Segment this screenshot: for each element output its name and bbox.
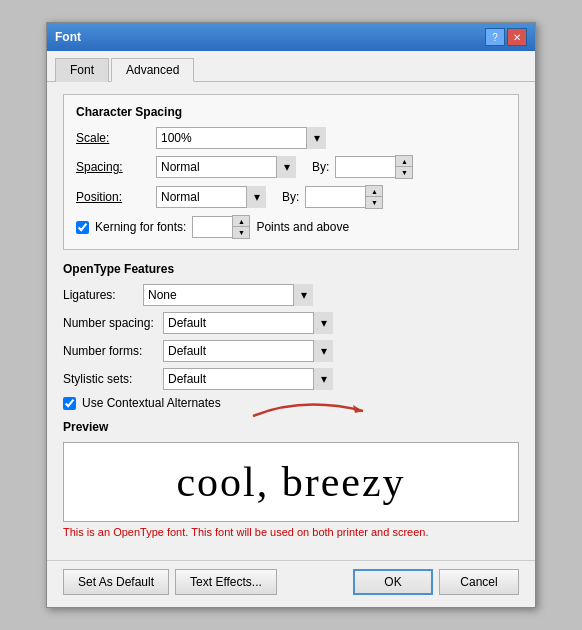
stylistic-sets-select-wrap: Default ▾: [163, 368, 333, 390]
preview-note: This is an OpenType font. This font will…: [63, 526, 519, 538]
position-by-label: By:: [282, 190, 299, 204]
set-as-default-button[interactable]: Set As Default: [63, 569, 169, 595]
spacing-by-group: By: ▲ ▼: [312, 155, 413, 179]
opentype-section: OpenType Features Ligatures: None ▾ Numb…: [63, 262, 519, 410]
number-forms-label: Number forms:: [63, 344, 163, 358]
position-spin-buttons: ▲ ▼: [365, 185, 383, 209]
content-area: Character Spacing Scale: 100% ▾ Spacing:…: [47, 82, 535, 560]
spacing-spin-buttons: ▲ ▼: [395, 155, 413, 179]
contextual-alternates-row: Use Contextual Alternates: [63, 396, 519, 410]
cancel-button[interactable]: Cancel: [439, 569, 519, 595]
buttons-left: Set As Default Text Effects...: [63, 569, 277, 595]
ligatures-select[interactable]: None: [143, 284, 313, 306]
text-effects-button[interactable]: Text Effects...: [175, 569, 277, 595]
position-select-wrap: Normal ▾: [156, 186, 266, 208]
ligatures-label: Ligatures:: [63, 288, 143, 302]
kerning-spin-group: 11 ▲ ▼: [192, 215, 250, 239]
kerning-input[interactable]: 11: [192, 216, 232, 238]
preview-label: Preview: [63, 420, 519, 434]
position-row: Position: Normal ▾ By: ▲ ▼: [76, 185, 506, 209]
preview-section: Preview cool, breezy This is an OpenType…: [63, 420, 519, 538]
title-bar: Font ? ✕: [47, 23, 535, 51]
ligatures-select-wrap: None ▾: [143, 284, 313, 306]
stylistic-sets-row: Stylistic sets: Default ▾: [63, 368, 519, 390]
dialog-title: Font: [55, 30, 81, 44]
spacing-select[interactable]: Normal: [156, 156, 296, 178]
font-dialog: Font ? ✕ Font Advanced Character Spacing…: [46, 22, 536, 608]
tab-advanced[interactable]: Advanced: [111, 58, 194, 82]
scale-label: Scale:: [76, 131, 156, 145]
kerning-suffix: Points and above: [256, 220, 349, 234]
character-spacing-section: Character Spacing Scale: 100% ▾ Spacing:…: [63, 94, 519, 250]
position-spin-up[interactable]: ▲: [366, 186, 382, 197]
position-select[interactable]: Normal: [156, 186, 266, 208]
tab-bar: Font Advanced: [47, 51, 535, 82]
spacing-row: Spacing: Normal ▾ By: ▲ ▼: [76, 155, 506, 179]
character-spacing-label: Character Spacing: [76, 105, 506, 119]
position-spin-down[interactable]: ▼: [366, 197, 382, 208]
number-forms-row: Number forms: Default ▾: [63, 340, 519, 362]
title-controls: ? ✕: [485, 28, 527, 46]
number-spacing-select[interactable]: Default: [163, 312, 333, 334]
spacing-by-label: By:: [312, 160, 329, 174]
contextual-alternates-checkbox[interactable]: [63, 397, 76, 410]
kerning-row: Kerning for fonts: 11 ▲ ▼ Points and abo…: [76, 215, 506, 239]
scale-row: Scale: 100% ▾: [76, 127, 506, 149]
stylistic-sets-select[interactable]: Default: [163, 368, 333, 390]
svg-marker-0: [353, 405, 363, 413]
kerning-spin-down[interactable]: ▼: [233, 227, 249, 238]
ligatures-row: Ligatures: None ▾: [63, 284, 519, 306]
scale-select-wrap: 100% ▾: [156, 127, 326, 149]
scale-select[interactable]: 100%: [156, 127, 326, 149]
button-bar: Set As Default Text Effects... OK Cancel: [47, 560, 535, 607]
spacing-by-spin: ▲ ▼: [335, 155, 413, 179]
number-spacing-select-wrap: Default ▾: [163, 312, 333, 334]
preview-text: cool, breezy: [176, 458, 405, 506]
kerning-label: Kerning for fonts:: [95, 220, 186, 234]
contextual-alternates-label: Use Contextual Alternates: [82, 396, 221, 410]
spacing-by-input[interactable]: [335, 156, 395, 178]
ok-button[interactable]: OK: [353, 569, 433, 595]
number-spacing-row: Number spacing: Default ▾: [63, 312, 519, 334]
spacing-spin-down[interactable]: ▼: [396, 167, 412, 178]
kerning-spin-up[interactable]: ▲: [233, 216, 249, 227]
kerning-checkbox[interactable]: [76, 221, 89, 234]
position-by-input[interactable]: [305, 186, 365, 208]
tab-font[interactable]: Font: [55, 58, 109, 82]
preview-box: cool, breezy: [63, 442, 519, 522]
number-forms-select[interactable]: Default: [163, 340, 333, 362]
position-by-spin: ▲ ▼: [305, 185, 383, 209]
opentype-section-label: OpenType Features: [63, 262, 519, 276]
number-forms-select-wrap: Default ▾: [163, 340, 333, 362]
number-spacing-label: Number spacing:: [63, 316, 163, 330]
help-button[interactable]: ?: [485, 28, 505, 46]
title-bar-left: Font: [55, 30, 81, 44]
kerning-spin-buttons: ▲ ▼: [232, 215, 250, 239]
spacing-select-wrap: Normal ▾: [156, 156, 296, 178]
position-by-group: By: ▲ ▼: [282, 185, 383, 209]
close-button[interactable]: ✕: [507, 28, 527, 46]
buttons-right: OK Cancel: [353, 569, 519, 595]
stylistic-sets-label: Stylistic sets:: [63, 372, 163, 386]
spacing-label: Spacing:: [76, 160, 156, 174]
spacing-spin-up[interactable]: ▲: [396, 156, 412, 167]
position-label: Position:: [76, 190, 156, 204]
